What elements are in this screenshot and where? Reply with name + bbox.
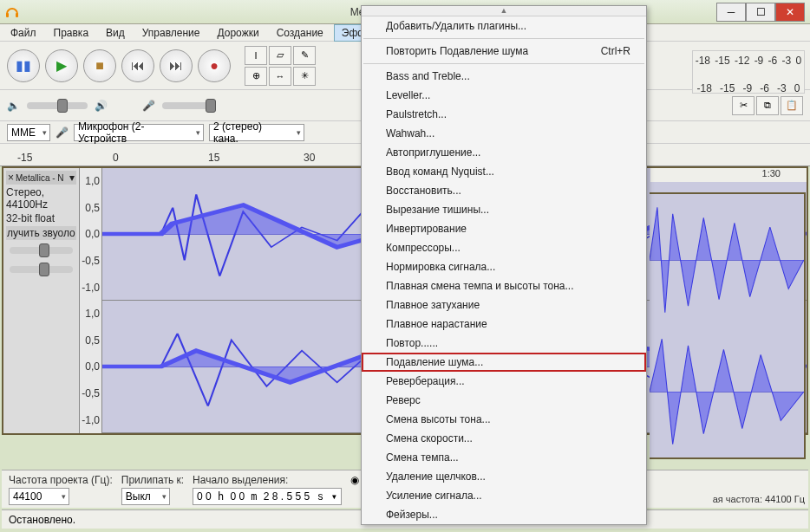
project-rate-label: Частота проекта (Гц): bbox=[9, 474, 113, 486]
effect-item[interactable]: Повтор...... bbox=[362, 334, 646, 353]
effect-item[interactable]: Фейзеры... bbox=[362, 505, 646, 524]
minimize-button[interactable]: ─ bbox=[716, 3, 746, 22]
menu-дорожки[interactable]: Дорожки bbox=[211, 25, 266, 41]
effect-item[interactable]: Плавная смена темпа и высоты тона... bbox=[362, 276, 646, 295]
track-panel[interactable]: × Metallica - N ▾ Стерео, 44100Hz 32-bit… bbox=[3, 168, 80, 433]
timeshift-tool[interactable]: ↔ bbox=[269, 67, 291, 86]
effect-item[interactable]: Bass and Treble... bbox=[362, 67, 646, 86]
effects-menu-dropdown: ▲ Добавить/Удалить плагины...Повторить П… bbox=[361, 5, 647, 525]
maximize-button[interactable]: ☐ bbox=[746, 3, 775, 22]
copy-button[interactable]: ⧉ bbox=[756, 96, 779, 115]
track-info-rate: Стерео, 44100Hz bbox=[6, 186, 76, 211]
selection-start-time[interactable]: 0 0 h 0 0 m 2 8 . 5 5 5 s ▾ bbox=[193, 488, 342, 505]
cut-button[interactable]: ✂ bbox=[732, 96, 754, 115]
effect-item[interactable]: Смена скорости... bbox=[362, 429, 646, 448]
effect-item[interactable]: Подавление шума... bbox=[362, 353, 646, 372]
pause-button[interactable]: ▮▮ bbox=[7, 49, 40, 82]
play-button[interactable]: ▶ bbox=[45, 49, 78, 82]
menu-вид[interactable]: Вид bbox=[99, 25, 132, 41]
effect-item[interactable]: Нормировка сигнала... bbox=[362, 257, 646, 276]
selection-tool[interactable]: I bbox=[245, 46, 267, 65]
skip-start-button[interactable]: ⏮ bbox=[121, 49, 154, 82]
snap-label: Прилипать к: bbox=[121, 474, 184, 486]
channels-select[interactable]: 2 (стерео) кана. bbox=[209, 124, 304, 141]
effect-item[interactable]: Ввод команд Nyquist... bbox=[362, 162, 646, 181]
effect-item[interactable]: Реверберация... bbox=[362, 372, 646, 391]
menu-scroll-up[interactable]: ▲ bbox=[362, 6, 646, 16]
input-device-select[interactable]: Микрофон (2- Устройств bbox=[74, 124, 204, 141]
zoom-tool[interactable]: ⊕ bbox=[245, 67, 267, 86]
draw-tool[interactable]: ✎ bbox=[293, 46, 316, 65]
app-logo bbox=[5, 5, 19, 19]
effect-item[interactable]: Автоприглушение... bbox=[362, 143, 646, 162]
effect-item[interactable]: Плавное нарастание bbox=[362, 315, 646, 334]
effect-item[interactable]: Leveller... bbox=[362, 86, 646, 105]
stop-button[interactable]: ■ bbox=[83, 49, 116, 82]
effect-item[interactable]: Смена высоты тона... bbox=[362, 410, 646, 429]
effect-item[interactable]: Добавить/Удалить плагины... bbox=[362, 16, 646, 36]
track-info-format: 32-bit float bbox=[6, 212, 76, 224]
svg-rect-0 bbox=[6, 13, 9, 17]
mute-solo-row[interactable]: лучить звуоло bbox=[6, 226, 76, 240]
actual-rate-status: ая частота: 44100 Гц bbox=[713, 494, 805, 504]
effect-item[interactable]: Инвертирование bbox=[362, 219, 646, 238]
menu-управление[interactable]: Управление bbox=[135, 25, 207, 41]
effect-item[interactable]: Усиление сигнала... bbox=[362, 486, 646, 505]
close-button[interactable]: ✕ bbox=[775, 3, 805, 22]
snap-select[interactable]: Выкл bbox=[121, 488, 170, 505]
menu-создание[interactable]: Создание bbox=[270, 25, 330, 41]
effect-item[interactable]: Восстановить... bbox=[362, 181, 646, 200]
svg-rect-1 bbox=[16, 13, 18, 17]
amplitude-scale: 1,00,50,0-0,5-1,01,00,50,0-0,5-1,0 bbox=[80, 168, 102, 433]
track-menu-button[interactable]: ▾ bbox=[69, 172, 75, 184]
effect-item[interactable]: Вырезание тишины... bbox=[362, 200, 646, 219]
track-close-button[interactable]: × bbox=[8, 172, 14, 184]
menu-файл[interactable]: Файл bbox=[3, 25, 43, 41]
host-select[interactable]: MME bbox=[7, 124, 50, 141]
effect-item[interactable]: Плавное затухание bbox=[362, 295, 646, 315]
selection-start-label: Начало выделения: bbox=[193, 474, 342, 486]
db-meter: -18-15-12-9-6-30 -18-15-9-6-30 bbox=[692, 50, 805, 94]
paste-button[interactable]: 📋 bbox=[781, 96, 803, 115]
skip-end-button[interactable]: ⏭ bbox=[160, 49, 193, 82]
timeline-ruler-right: 1:30 bbox=[650, 168, 807, 182]
effect-item[interactable]: Повторить Подавление шумаCtrl+R bbox=[362, 42, 646, 61]
mic-small-icon: 🎤 bbox=[56, 127, 69, 139]
record-button[interactable]: ● bbox=[198, 49, 231, 82]
effect-item[interactable]: Компрессоры... bbox=[362, 238, 646, 257]
playback-status: Остановлено. bbox=[9, 514, 75, 526]
effect-item[interactable]: Реверс bbox=[362, 391, 646, 410]
waveform-right-peek[interactable] bbox=[650, 192, 806, 459]
effect-item[interactable]: Удаление щелчков... bbox=[362, 467, 646, 486]
track-name: Metallica - N bbox=[16, 173, 68, 183]
speaker-icon: 🔈 bbox=[7, 100, 20, 112]
project-rate-select[interactable]: 44100 bbox=[9, 488, 69, 505]
effect-item[interactable]: Wahwah... bbox=[362, 124, 646, 143]
envelope-tool[interactable]: ▱ bbox=[269, 46, 291, 65]
effect-item[interactable]: Смена темпа... bbox=[362, 448, 646, 467]
multi-tool[interactable]: ✳ bbox=[293, 67, 316, 86]
effect-item[interactable]: Paulstretch... bbox=[362, 105, 646, 124]
menu-правка[interactable]: Правка bbox=[47, 25, 96, 41]
mic-icon: 🎤 bbox=[142, 100, 155, 112]
speaker-loud-icon: 🔊 bbox=[95, 100, 108, 112]
